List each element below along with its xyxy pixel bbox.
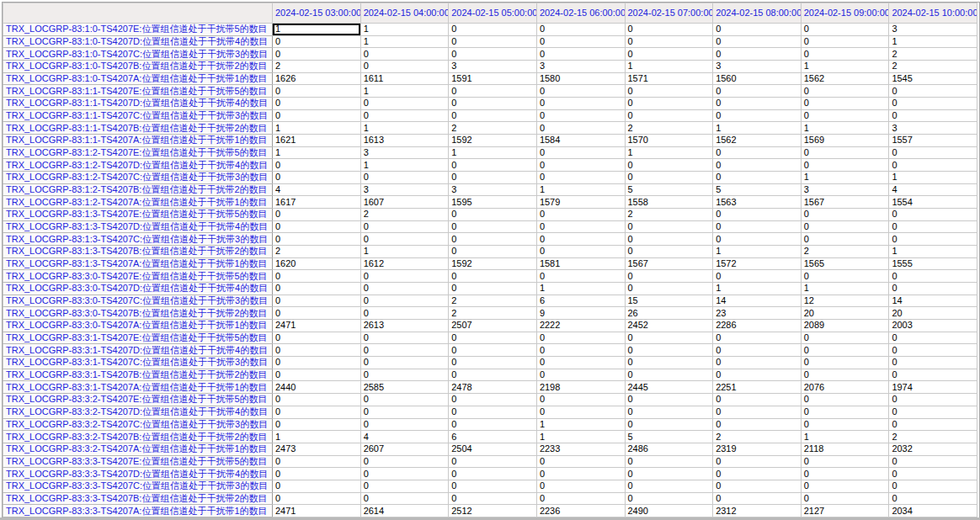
data-cell[interactable]: 0 [536,85,625,98]
selected-cell[interactable]: 1 [273,24,361,36]
data-cell[interactable]: 2 [889,61,977,73]
data-cell[interactable]: 0 [625,468,713,480]
data-cell[interactable]: 2486 [625,443,713,455]
row-label[interactable]: TRX_LOCGRP-83:1:3-TS4207B:位置组信道处于干扰带2的数目… [3,246,273,258]
data-cell[interactable]: 2452 [625,320,713,332]
data-cell[interactable]: 0 [801,418,889,431]
data-cell[interactable]: 1 [889,172,977,184]
data-cell[interactable]: 1569 [801,135,889,147]
row-label[interactable]: TRX_LOCGRP-83:1:0-TS4207A:位置组信道处于干扰带1的数目… [3,72,273,85]
data-cell[interactable]: 0 [449,24,537,36]
data-cell[interactable]: 0 [536,146,625,159]
data-cell[interactable]: 0 [360,270,449,283]
data-cell[interactable]: 1558 [625,196,713,209]
data-cell[interactable]: 0 [801,468,889,480]
data-cell[interactable]: 0 [713,270,802,283]
data-cell[interactable]: 1 [360,35,449,48]
data-cell[interactable]: 0 [449,159,537,172]
data-cell[interactable]: 0 [536,246,625,258]
data-cell[interactable]: 0 [360,294,449,307]
data-cell[interactable]: 3 [449,61,537,73]
data-cell[interactable]: 0 [713,98,802,110]
data-cell[interactable]: 1580 [536,72,625,85]
data-cell[interactable]: 2032 [889,443,977,455]
data-cell[interactable]: 0 [273,85,361,98]
row-label[interactable]: TRX_LOCGRP-83:3:1-TS4207D:位置组信道处于干扰带4的数目… [3,344,273,357]
data-cell[interactable]: 0 [360,220,449,233]
row-label[interactable]: TRX_LOCGRP-83:3:3-TS4207D:位置组信道处于干扰带4的数目… [3,468,273,480]
data-cell[interactable]: 0 [625,357,713,369]
data-cell[interactable]: 2 [713,431,802,443]
row-label[interactable]: TRX_LOCGRP-83:1:1-TS4207D:位置组信道处于干扰带4的数目… [3,98,273,110]
data-cell[interactable]: 2471 [273,505,361,517]
data-cell[interactable]: 0 [889,492,977,505]
column-header[interactable]: 2024-02-15 10:00:00 [889,3,977,24]
data-cell[interactable]: 1 [801,61,889,73]
column-header[interactable]: 2024-02-15 06:00:00 [536,3,625,24]
row-label[interactable]: TRX_LOCGRP-83:3:3-TS4207A:位置组信道处于干扰带1的数目… [3,505,273,517]
data-cell[interactable]: 3 [801,183,889,196]
data-cell[interactable]: 6 [449,431,537,443]
data-cell[interactable]: 1 [536,418,625,431]
data-cell[interactable]: 1 [625,61,713,73]
data-cell[interactable]: 1 [360,246,449,258]
data-cell[interactable]: 0 [889,468,977,480]
data-cell[interactable]: 0 [449,283,537,295]
data-cell[interactable]: 0 [536,220,625,233]
data-cell[interactable]: 0 [801,35,889,48]
data-cell[interactable]: 4 [889,183,977,196]
row-label[interactable]: TRX_LOCGRP-83:3:2-TS4207E:位置组信道处于干扰带5的数目… [3,394,273,406]
data-cell[interactable]: 1567 [801,196,889,209]
data-cell[interactable]: 0 [713,468,802,480]
data-cell[interactable]: 2319 [713,443,802,455]
data-cell[interactable]: 0 [801,109,889,122]
data-cell[interactable]: 1 [360,159,449,172]
row-label[interactable]: TRX_LOCGRP-83:1:0-TS4207E:位置组信道处于干扰带5的数目… [3,24,273,36]
data-cell[interactable]: 0 [889,369,977,381]
data-cell[interactable]: 0 [713,24,802,36]
data-cell[interactable]: 2607 [360,443,449,455]
data-cell[interactable]: 0 [273,480,361,492]
data-cell[interactable]: 0 [273,468,361,480]
row-label[interactable]: TRX_LOCGRP-83:1:1-TS4207E:位置组信道处于干扰带5的数目… [3,85,273,98]
row-label[interactable]: TRX_LOCGRP-83:1:2-TS4207B:位置组信道处于干扰带2的数目… [3,183,273,196]
data-cell[interactable]: 2471 [273,320,361,332]
data-cell[interactable]: 2 [625,122,713,135]
data-cell[interactable]: 2089 [801,320,889,332]
data-cell[interactable]: 0 [801,24,889,36]
data-cell[interactable]: 0 [801,98,889,110]
data-cell[interactable]: 2490 [625,505,713,517]
data-cell[interactable]: 0 [889,357,977,369]
data-cell[interactable]: 0 [801,159,889,172]
row-label[interactable]: TRX_LOCGRP-83:3:1-TS4207C:位置组信道处于干扰带3的数目… [3,357,273,369]
data-cell[interactable]: 0 [273,344,361,357]
data-cell[interactable]: 3 [889,24,977,36]
data-cell[interactable]: 0 [449,344,537,357]
row-label[interactable]: TRX_LOCGRP-83:3:3-TS4207E:位置组信道处于干扰带5的数目… [3,455,273,468]
data-cell[interactable]: 1 [536,183,625,196]
row-label[interactable]: TRX_LOCGRP-83:3:2-TS4207B:位置组信道处于干扰带2的数目… [3,431,273,443]
data-cell[interactable]: 0 [889,98,977,110]
data-cell[interactable]: 0 [889,283,977,295]
data-cell[interactable]: 2478 [449,381,537,394]
data-cell[interactable]: 0 [625,220,713,233]
row-label[interactable]: TRX_LOCGRP-83:3:0-TS4207A:位置组信道处于干扰带1的数目… [3,320,273,332]
data-cell[interactable]: 0 [625,480,713,492]
row-label[interactable]: TRX_LOCGRP-83:3:1-TS4207B:位置组信道处于干扰带2的数目… [3,369,273,381]
data-cell[interactable]: 23 [713,307,802,320]
data-cell[interactable]: 0 [273,172,361,184]
data-cell[interactable]: 1554 [889,196,977,209]
data-cell[interactable]: 0 [273,48,361,61]
data-cell[interactable]: 0 [449,406,537,418]
data-cell[interactable]: 0 [801,85,889,98]
data-cell[interactable]: 0 [449,98,537,110]
row-label[interactable]: TRX_LOCGRP-83:1:3-TS4207C:位置组信道处于干扰带3的数目… [3,233,273,246]
data-cell[interactable]: 0 [449,35,537,48]
data-cell[interactable]: 0 [889,344,977,357]
data-cell[interactable]: 0 [625,233,713,246]
data-cell[interactable]: 0 [360,480,449,492]
data-cell[interactable]: 0 [273,209,361,221]
data-cell[interactable]: 1555 [889,257,977,270]
data-cell[interactable]: 1 [536,283,625,295]
data-cell[interactable]: 1 [889,246,977,258]
